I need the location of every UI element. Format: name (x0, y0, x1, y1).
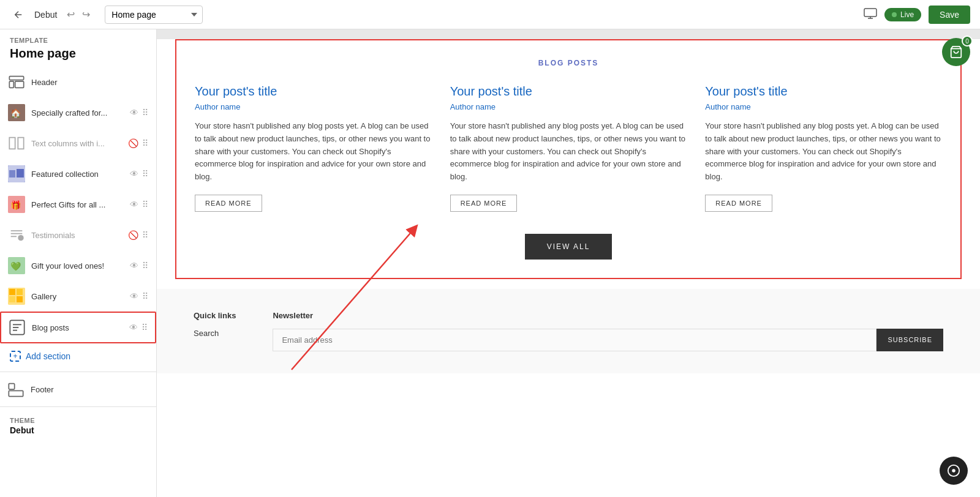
visibility-icon[interactable]: 👁 (130, 108, 138, 118)
sidebar-item-gallery-label: Gallery (31, 292, 124, 301)
drag-icon[interactable]: ⠿ (142, 138, 148, 148)
page-select[interactable]: Home page (105, 6, 203, 24)
live-dot (892, 12, 897, 17)
specially-crafted-actions: 👁 ⠿ (130, 108, 148, 118)
svg-rect-21 (17, 296, 23, 302)
blog-posts-actions: 👁 ⠿ (129, 323, 148, 332)
search-link[interactable]: Search (194, 329, 236, 338)
drag-icon[interactable]: ⠿ (142, 230, 148, 240)
blog-posts-grid: Your post's title Author name Your store… (195, 84, 942, 212)
blog-section-title: BLOG POSTS (195, 59, 942, 67)
blog-post-1-body: Your store hasn't published any blog pos… (195, 120, 432, 184)
sidebar-item-gift-loved[interactable]: 💚 Gift your loved ones! 👁 ⠿ (0, 250, 156, 281)
theme-divider (0, 406, 156, 407)
topbar: Debut ↩ ↪ Home page Live Save (0, 0, 980, 29)
drag-icon[interactable]: ⠿ (142, 261, 148, 271)
drag-icon[interactable]: ⠿ (142, 291, 148, 301)
svg-rect-18 (9, 289, 15, 295)
visibility-icon[interactable]: 👁 (130, 291, 138, 301)
sidebar-divider (0, 372, 156, 372)
perfect-gifts-icon: 🎁 (8, 196, 25, 213)
blog-posts-icon (9, 319, 26, 336)
svg-rect-24 (9, 384, 14, 389)
svg-text:🎁: 🎁 (10, 200, 21, 211)
sidebar-item-gift-loved-label: Gift your loved ones! (31, 261, 124, 271)
sidebar-item-text-columns[interactable]: Text columns with i... 🚫 ⠿ (0, 128, 156, 159)
main-content: TEMPLATE Home page Header 🏠 Specially cr… (0, 29, 980, 497)
hidden-icon[interactable]: 🚫 (128, 138, 138, 148)
svg-rect-3 (15, 81, 24, 88)
sidebar-item-footer-label: Footer (31, 385, 149, 394)
chat-widget[interactable] (940, 457, 968, 485)
header-icon (8, 73, 25, 91)
store-title: Debut (34, 10, 57, 20)
blog-post-3-body: Your store hasn't published any blog pos… (705, 120, 942, 184)
svg-text:🏠: 🏠 (10, 108, 21, 119)
cart-icon[interactable]: 0 (942, 38, 970, 66)
visibility-icon[interactable]: 👁 (130, 261, 138, 271)
quick-links-heading: Quick links (194, 311, 236, 320)
gift-loved-actions: 👁 ⠿ (130, 261, 148, 271)
footer-area: Quick links Search Newsletter SUBSCRIBE (157, 289, 980, 373)
footer-quick-links: Quick links Search (194, 311, 236, 351)
perfect-gifts-actions: 👁 ⠿ (130, 200, 148, 209)
sidebar-item-perfect-gifts[interactable]: 🎁 Perfect Gifts for all ... 👁 ⠿ (0, 189, 156, 220)
blog-post-1: Your post's title Author name Your store… (195, 84, 432, 212)
undo-button[interactable]: ↩ (64, 6, 77, 23)
live-label: Live (900, 10, 914, 19)
visibility-icon[interactable]: 👁 (130, 200, 138, 209)
svg-rect-0 (864, 9, 876, 17)
sidebar-item-header-label: Header (31, 78, 148, 87)
svg-rect-20 (9, 296, 15, 302)
blog-post-2-author: Author name (450, 102, 687, 111)
theme-name: Debut (0, 425, 156, 440)
sidebar-item-header[interactable]: Header (0, 67, 156, 97)
testimonials-icon: " (8, 226, 25, 244)
sidebar-item-gallery[interactable]: Gallery 👁 ⠿ (0, 281, 156, 312)
specially-crafted-icon: 🏠 (8, 104, 25, 121)
newsletter-heading: Newsletter (273, 311, 943, 320)
hidden-icon[interactable]: 🚫 (128, 230, 138, 240)
svg-rect-7 (18, 138, 23, 149)
drag-icon[interactable]: ⠿ (141, 323, 148, 332)
email-input[interactable] (273, 329, 876, 351)
add-section-label: Add section (26, 351, 70, 361)
blog-post-1-read-more[interactable]: READ MORE (195, 195, 262, 212)
redo-button[interactable]: ↪ (80, 6, 92, 23)
save-button[interactable]: Save (929, 6, 970, 24)
drag-icon[interactable]: ⠿ (142, 108, 148, 118)
live-badge[interactable]: Live (884, 8, 921, 21)
svg-rect-6 (9, 138, 15, 149)
monitor-icon[interactable] (864, 8, 877, 21)
blog-view-all: VIEW ALL (195, 234, 942, 260)
sidebar-item-footer[interactable]: Footer (0, 375, 156, 404)
footer-newsletter: Newsletter SUBSCRIBE (273, 311, 943, 351)
blog-post-1-author: Author name (195, 102, 432, 111)
back-button[interactable] (10, 6, 27, 23)
newsletter-form: SUBSCRIBE (273, 329, 943, 351)
subscribe-button[interactable]: SUBSCRIBE (876, 329, 943, 351)
blog-post-3-author: Author name (705, 102, 942, 111)
visibility-icon[interactable]: 👁 (130, 169, 138, 179)
canvas-area: BLOG POSTS Your post's title Author name… (157, 29, 980, 497)
blog-post-3-read-more[interactable]: READ MORE (705, 195, 772, 212)
blog-post-2-read-more[interactable]: READ MORE (450, 195, 518, 212)
sidebar-item-testimonials[interactable]: " Testimonials 🚫 ⠿ (0, 220, 156, 250)
gallery-actions: 👁 ⠿ (130, 291, 148, 301)
sidebar: TEMPLATE Home page Header 🏠 Specially cr… (0, 29, 157, 497)
drag-icon[interactable]: ⠿ (142, 200, 148, 209)
drag-icon[interactable]: ⠿ (142, 169, 148, 179)
visibility-icon[interactable]: 👁 (129, 323, 138, 332)
sidebar-item-text-columns-label: Text columns with i... (31, 139, 122, 148)
view-all-button[interactable]: VIEW ALL (525, 234, 612, 260)
blog-post-3-title: Your post's title (705, 84, 942, 99)
sidebar-item-featured-collection[interactable]: Featured collection 👁 ⠿ (0, 159, 156, 189)
add-section-button[interactable]: + Add section (0, 343, 156, 369)
sidebar-item-blog-posts[interactable]: Blog posts 👁 ⠿ (0, 312, 156, 343)
blog-post-1-title: Your post's title (195, 84, 432, 99)
blog-posts-section[interactable]: BLOG POSTS Your post's title Author name… (175, 39, 962, 279)
text-columns-actions: 🚫 ⠿ (128, 138, 148, 148)
svg-point-28 (952, 469, 956, 473)
sidebar-item-specially-crafted[interactable]: 🏠 Specially crafted for... 👁 ⠿ (0, 97, 156, 128)
sidebar-item-perfect-gifts-label: Perfect Gifts for all ... (31, 200, 124, 209)
